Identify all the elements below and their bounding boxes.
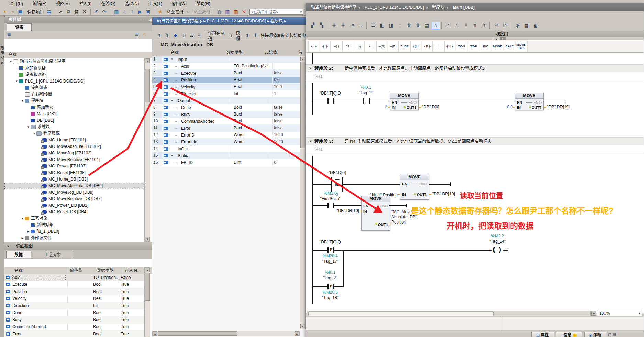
p-memory-operand[interactable]: "Tag_18" xyxy=(311,295,349,300)
toolbar-button[interactable]: ▦ xyxy=(73,8,81,15)
move-output-operand[interactable]: "DB".DR[19] xyxy=(547,105,570,109)
lad-toolbar-button[interactable]: ⟳ xyxy=(501,22,509,29)
tree-item[interactable]: MC_MoveRelative [FB1104] xyxy=(4,156,144,163)
move-output-operand[interactable]: "DB".DR[19] xyxy=(432,192,455,196)
db-row[interactable]: 16 FB_ID DInt 0 xyxy=(152,159,306,166)
edit-icon[interactable]: ◫ xyxy=(180,32,187,39)
toolbar-button[interactable]: ▥ xyxy=(224,8,232,15)
contact-operand[interactable]: "FirstScan" xyxy=(312,196,349,201)
network-3-header[interactable]: ▼ 程序段 3： 只有在主动回原点模式后，才允许读取当前位置数据。M2.2是回原… xyxy=(306,137,644,145)
db-row-start-value[interactable] xyxy=(269,56,303,63)
p-memory-operand[interactable]: "Tag_17" xyxy=(311,259,349,264)
menu-item[interactable]: 帮助(H) xyxy=(191,0,215,8)
lad-toolbar-button[interactable]: ✚ xyxy=(339,22,347,29)
tree-item[interactable]: MC_Reset [FB1108] xyxy=(4,170,144,176)
p-contact[interactable]: P xyxy=(327,247,334,253)
scroll-up-icon[interactable]: ▲ xyxy=(145,58,150,63)
db-hscrollbar[interactable]: ◀ ▶ xyxy=(152,331,300,336)
p-memory-address[interactable]: %M20.5 xyxy=(311,290,349,295)
lad-toolbar-button[interactable]: ⇑ xyxy=(471,22,479,29)
tree-item[interactable]: MC_Power [FB1107] xyxy=(4,163,144,170)
toolbar-button[interactable]: ✕ xyxy=(241,8,248,15)
toolbar-button[interactable]: 保存项目 xyxy=(25,8,45,15)
lad-toolbar-button[interactable]: ◌ xyxy=(396,22,404,29)
tab-properties[interactable]: ▤属性 xyxy=(531,332,554,337)
db-scroll-thumb[interactable] xyxy=(300,62,305,148)
detail-row[interactable]: Execute Bool True xyxy=(4,281,144,289)
toolbar-button[interactable]: ✂ xyxy=(58,8,65,15)
snapshot-db-icon[interactable]: ▯ xyxy=(227,32,234,39)
favorite-instruction[interactable]: TON xyxy=(456,41,467,52)
tree-item[interactable]: MC_MoveAbsolute_DB [DB6] xyxy=(4,183,144,189)
db-row[interactable]: 2 Axis TO_PositioningAxis xyxy=(152,63,306,70)
favorite-instruction[interactable]: →┐ xyxy=(354,41,365,52)
favorite-instruction[interactable]: ─( ) xyxy=(331,41,342,52)
tree-expand-arrow[interactable]: ▶ xyxy=(26,228,31,235)
toolbar-button[interactable] xyxy=(110,8,111,15)
compare-operand[interactable]: "DB".D[0] xyxy=(315,170,359,175)
toolbar-button[interactable]: ↶ xyxy=(93,8,101,15)
zoom-select[interactable]: ▼100% xyxy=(597,311,642,316)
detail-row[interactable]: Done Bool True xyxy=(4,309,144,317)
monitor-icon[interactable]: ∞ xyxy=(196,32,203,39)
detail-row[interactable]: Axis TO_Position... False xyxy=(4,274,144,281)
detail-scrollbar[interactable]: ▲ xyxy=(144,267,150,337)
tab-info[interactable]: i信息i xyxy=(556,332,582,337)
lad-toolbar-button[interactable]: ⇥ xyxy=(348,22,356,29)
lad-toolbar-button[interactable] xyxy=(366,22,368,29)
toolbar-button[interactable]: ▥ xyxy=(233,8,240,15)
db-row[interactable]: 12 ErrorID Word 16#0 xyxy=(152,132,306,139)
tab-tech-objects[interactable]: 工艺对象 xyxy=(33,251,73,258)
toolbar-button[interactable]: ▣ xyxy=(17,8,25,15)
tree-item[interactable]: MC_Reset_DB [DB4] xyxy=(4,209,144,215)
scroll-down-icon[interactable]: ▼ xyxy=(300,324,305,328)
favorite-instruction[interactable]: ┤/├ xyxy=(320,41,331,52)
tree-item[interactable]: MC_Home [FB1101] xyxy=(4,137,144,143)
tree-expand-arrow[interactable]: ▶ xyxy=(20,235,25,241)
favorite-instruction[interactable]: INC xyxy=(480,41,491,52)
toolbar-button[interactable]: ▥ xyxy=(113,8,121,15)
move-output-operand[interactable]: Position xyxy=(391,220,406,225)
splitter-down-icon[interactable]: ▼ xyxy=(500,37,506,40)
tree-item[interactable]: 新增对象 xyxy=(4,222,144,228)
move-input-operand[interactable]: "DB".DR[19] xyxy=(322,208,359,213)
tree-expand-arrow[interactable]: ▼ xyxy=(26,124,31,130)
menu-item[interactable]: 选项(N) xyxy=(120,0,144,8)
db-row[interactable]: 6 Direction Int 1 xyxy=(152,90,306,97)
tree-item[interactable]: DB [DB1] xyxy=(4,117,144,124)
db-icon[interactable]: ◆ xyxy=(171,32,179,39)
scroll-left-icon[interactable]: ◀ xyxy=(153,331,157,336)
db-row[interactable]: 3 Execute Bool false xyxy=(152,70,306,77)
db-row-start-value[interactable] xyxy=(269,145,303,152)
copy-snapshot-button[interactable]: 将快照值复制到起始值中 xyxy=(260,32,306,38)
db-row[interactable]: 13 ErrorInfo Word 16#0 xyxy=(152,139,306,145)
menu-item[interactable]: 在线(O) xyxy=(96,0,120,8)
toolbar-button[interactable]: ⌁ xyxy=(185,8,191,15)
contact-address[interactable]: %M1.0 xyxy=(314,191,347,196)
network-collapse-icon[interactable]: ▼ xyxy=(309,65,312,72)
detail-row[interactable]: Velocity Real True xyxy=(4,295,144,303)
lad-toolbar-button[interactable]: ⇵ xyxy=(405,22,413,29)
move-block[interactable]: MOVE ENENO IN*OUT1 xyxy=(390,93,419,110)
menu-item[interactable]: 视图(V) xyxy=(51,0,75,8)
detail-row[interactable]: CommandAborted Bool True xyxy=(4,324,144,331)
tree-item[interactable]: Main [OB1] xyxy=(4,111,144,117)
no-contact[interactable] xyxy=(363,98,370,104)
tree-item[interactable]: MC_MoveJog [FB1103] xyxy=(4,150,144,156)
db-row[interactable]: 7 ▼ Output xyxy=(152,97,306,104)
db-row-start-value[interactable] xyxy=(269,97,303,104)
tree-item[interactable]: ▶ 外部源文件 xyxy=(4,235,144,241)
scroll-up-icon[interactable]: ▲ xyxy=(145,268,150,272)
db-row[interactable]: 5 Velocity Real 10.0 xyxy=(152,84,306,90)
tab-devices[interactable]: 设备 xyxy=(7,23,32,31)
toolbar-button[interactable]: ⇓ xyxy=(121,8,129,15)
favorite-instruction[interactable]: ┤ ├ xyxy=(308,41,319,52)
menu-item[interactable]: 编辑(E) xyxy=(28,0,51,8)
toolbar-button[interactable]: ✶ xyxy=(2,8,9,15)
lad-toolbar-button[interactable]: ◧ xyxy=(378,22,386,29)
toolbar-button[interactable] xyxy=(213,8,214,15)
tree-item[interactable]: MC_Power_DB [DB2] xyxy=(4,202,144,209)
scroll-right-icon[interactable]: ▶ xyxy=(591,311,596,316)
p-memory-address[interactable]: %M20.4 xyxy=(311,253,349,258)
tree-filter-icon[interactable]: ▦ xyxy=(7,32,11,37)
